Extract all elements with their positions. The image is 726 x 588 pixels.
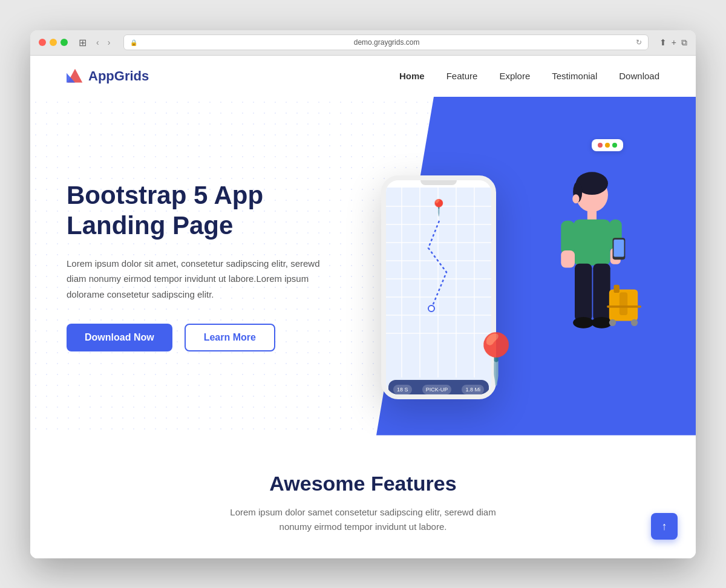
logo-icon (67, 68, 83, 85)
svg-rect-7 (574, 219, 610, 265)
svg-rect-13 (613, 240, 624, 256)
chat-dot-2 (605, 143, 610, 148)
nav-explore[interactable]: Explore (499, 71, 530, 81)
features-section: Awesome Features Lorem ipsum dolor samet… (30, 436, 696, 558)
address-bar[interactable]: 🔒 demo.graygrids.com ↻ (123, 34, 648, 50)
hero-illustration: 📍 18 S PICK-UP 1. (363, 121, 659, 411)
phone-notch (420, 180, 457, 185)
hero-text-block: Bootstrap 5 App Landing Page Lorem ipsum… (67, 180, 363, 351)
traffic-light-yellow[interactable] (50, 39, 57, 46)
nav-feature[interactable]: Feature (446, 71, 478, 81)
svg-rect-6 (587, 210, 597, 220)
traffic-light-green[interactable] (60, 39, 68, 46)
map-pin-top: 📍 (429, 198, 448, 217)
hero-description: Lorem ipsum dolor sit amet, consetetur s… (67, 256, 333, 302)
chat-dot-3 (612, 143, 617, 148)
svg-rect-23 (620, 292, 627, 315)
nav-home[interactable]: Home (399, 71, 425, 81)
hero-content: Bootstrap 5 App Landing Page Lorem ipsum… (30, 97, 696, 436)
browser-titlebar: ⊞ ‹ › 🔒 demo.graygrids.com ↻ ⬆ + ⧉ (30, 30, 696, 56)
hero-section: Bootstrap 5 App Landing Page Lorem ipsum… (30, 97, 696, 436)
browser-nav-controls: ‹ › (94, 36, 113, 48)
traffic-light-red[interactable] (39, 39, 46, 46)
url-text: demo.graygrids.com (141, 38, 632, 47)
nav-download[interactable]: Download (619, 71, 659, 81)
browser-action-buttons: ⬆ + ⧉ (659, 38, 687, 48)
navbar: AppGrids Home Feature Explore Testimonia… (30, 56, 696, 97)
reload-icon[interactable]: ↻ (636, 38, 642, 47)
share-button[interactable]: ⬆ (659, 38, 667, 48)
svg-rect-15 (593, 263, 610, 321)
svg-rect-9 (561, 250, 575, 267)
hero-buttons: Download Now Learn More (67, 324, 363, 351)
person-svg (508, 163, 641, 381)
learn-more-button[interactable]: Learn More (185, 324, 275, 351)
svg-point-21 (609, 319, 616, 325)
traffic-lights (39, 39, 68, 46)
logo[interactable]: AppGrids (67, 68, 149, 85)
chat-dot-1 (598, 143, 603, 148)
download-now-button[interactable]: Download Now (67, 324, 172, 351)
svg-rect-8 (561, 220, 575, 255)
svg-point-16 (573, 316, 594, 328)
character-illustration (508, 163, 666, 405)
svg-point-17 (591, 316, 612, 328)
nav-testimonial[interactable]: Testimonial (552, 71, 597, 81)
svg-point-22 (631, 319, 638, 325)
browser-window: ⊞ ‹ › 🔒 demo.graygrids.com ↻ ⬆ + ⧉ AppGr… (30, 30, 696, 558)
windows-button[interactable]: ⧉ (681, 38, 687, 48)
nav-menu: Home Feature Explore Testimonial Downloa… (399, 71, 659, 82)
back-to-top-button[interactable]: ↑ (651, 513, 678, 540)
forward-button[interactable]: › (105, 36, 113, 48)
website-content: AppGrids Home Feature Explore Testimonia… (30, 56, 696, 558)
hero-title: Bootstrap 5 App Landing Page (67, 180, 363, 241)
features-title: Awesome Features (67, 472, 659, 495)
chip-time: 18 S (393, 385, 412, 394)
lock-icon: 🔒 (130, 39, 137, 46)
svg-point-24 (572, 194, 579, 203)
svg-point-2 (428, 305, 434, 312)
svg-rect-19 (613, 284, 619, 292)
logo-text: AppGrids (88, 68, 149, 84)
sidebar-toggle-icon[interactable]: ⊞ (79, 37, 87, 48)
svg-rect-14 (575, 263, 592, 321)
back-button[interactable]: ‹ (94, 36, 102, 48)
features-description: Lorem ipsum dolor samet consetetur sadip… (230, 505, 496, 534)
chip-pickup: PICK-UP (422, 385, 452, 394)
chat-bubble (592, 139, 623, 151)
new-tab-button[interactable]: + (672, 38, 676, 48)
